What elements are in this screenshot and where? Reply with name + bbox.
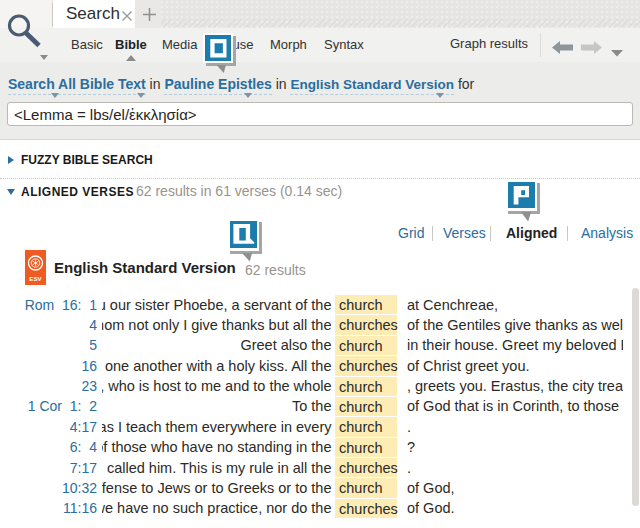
svg-text:ESV: ESV — [29, 275, 42, 282]
